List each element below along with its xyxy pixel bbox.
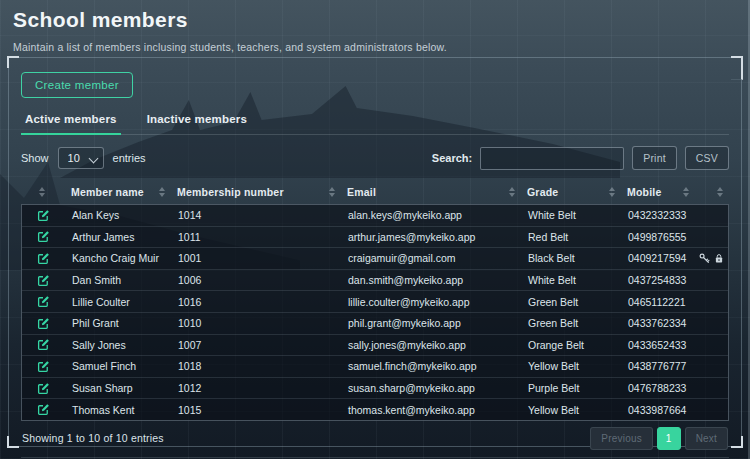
mobile-cell: 0433987664	[620, 404, 694, 416]
membership-number-cell: 1018	[170, 360, 340, 372]
email-cell: sally.jones@mykeiko.app	[340, 339, 520, 351]
grade-cell: Purple Belt	[520, 382, 620, 394]
column-header-actions[interactable]	[693, 187, 729, 197]
panel-corner-top-right	[731, 56, 743, 80]
member-name-cell: Kancho Craig Muir	[64, 252, 170, 264]
email-cell: alan.keys@mykeiko.app	[340, 209, 520, 221]
row-actions	[694, 253, 730, 264]
sort-icon	[609, 187, 615, 197]
table-row: Dan Smith 1006 dan.smith@mykeiko.app Whi…	[22, 270, 728, 292]
table-row: Kancho Craig Muir 1001 craigamuir@gmail.…	[22, 248, 728, 270]
tab-inactive-members[interactable]: Inactive members	[145, 113, 249, 134]
print-button[interactable]: Print	[632, 146, 677, 170]
create-member-button[interactable]: Create member	[21, 72, 133, 98]
column-header-membership-number[interactable]: Membership number	[169, 186, 339, 198]
page-number-button[interactable]: 1	[657, 427, 681, 450]
page-subtitle: Maintain a list of members inclusing stu…	[13, 41, 737, 53]
edit-member-icon[interactable]	[37, 230, 50, 243]
membership-number-cell: 1001	[170, 252, 340, 264]
column-header-member-name[interactable]: Member name	[63, 186, 169, 198]
panel-corner-bottom-right	[731, 436, 743, 448]
membership-number-cell: 1011	[170, 231, 340, 243]
mobile-cell: 0433652433	[620, 339, 694, 351]
table-body: Alan Keys 1014 alan.keys@mykeiko.app Whi…	[21, 204, 729, 421]
pagination: Previous 1 Next	[590, 427, 728, 450]
membership-number-cell: 1015	[170, 404, 340, 416]
column-header-mobile[interactable]: Mobile	[619, 186, 693, 198]
table-controls: Show 10 entries Search: Print CSV	[21, 146, 729, 170]
edit-member-icon[interactable]	[37, 295, 50, 308]
table-row: Samuel Finch 1018 samuel.finch@mykeiko.a…	[22, 356, 728, 378]
table-row: Phil Grant 1010 phil.grant@mykeiko.app G…	[22, 313, 728, 335]
sort-icon	[39, 187, 45, 197]
previous-page-button[interactable]: Previous	[590, 427, 653, 450]
column-header-edit[interactable]	[21, 187, 63, 197]
member-name-cell: Sally Jones	[64, 339, 170, 351]
mobile-cell: 0499876555	[620, 231, 694, 243]
member-name-cell: Dan Smith	[64, 274, 170, 286]
member-name-cell: Susan Sharp	[64, 382, 170, 394]
grade-cell: White Belt	[520, 274, 620, 286]
member-name-cell: Samuel Finch	[64, 360, 170, 372]
email-cell: arthur.james@mykeiko.app	[340, 231, 520, 243]
email-cell: lillie.coulter@mykeiko.app	[340, 296, 520, 308]
email-cell: samuel.finch@mykeiko.app	[340, 360, 520, 372]
column-header-grade[interactable]: Grade	[519, 186, 619, 198]
grade-cell: Green Belt	[520, 296, 620, 308]
members-table: Member name Membership number Email Grad…	[21, 179, 729, 421]
column-header-email[interactable]: Email	[339, 186, 519, 198]
key-icon	[699, 253, 710, 264]
table-row: Arthur James 1011 arthur.james@mykeiko.a…	[22, 227, 728, 249]
grade-cell: Red Belt	[520, 231, 620, 243]
edit-member-icon[interactable]	[37, 209, 50, 222]
edit-member-icon[interactable]	[37, 252, 50, 265]
membership-number-cell: 1010	[170, 317, 340, 329]
grade-cell: Black Belt	[520, 252, 620, 264]
membership-number-cell: 1016	[170, 296, 340, 308]
sort-icon	[509, 187, 515, 197]
table-row: Sally Jones 1007 sally.jones@mykeiko.app…	[22, 335, 728, 357]
sort-icon	[159, 187, 165, 197]
table-row: Lillie Coulter 1016 lillie.coulter@mykei…	[22, 291, 728, 313]
edit-member-icon[interactable]	[37, 317, 50, 330]
search-input[interactable]	[480, 147, 624, 170]
member-name-cell: Thomas Kent	[64, 404, 170, 416]
member-name-cell: Phil Grant	[64, 317, 170, 329]
membership-number-cell: 1006	[170, 274, 340, 286]
panel-corner-top-left	[7, 56, 19, 68]
edit-member-icon[interactable]	[37, 403, 50, 416]
grade-cell: Yellow Belt	[520, 360, 620, 372]
page-size-select[interactable]: 10	[58, 147, 104, 169]
sort-icon	[329, 187, 335, 197]
email-cell: susan.sharp@mykeiko.app	[340, 382, 520, 394]
table-row: Thomas Kent 1015 thomas.kent@mykeiko.app…	[22, 399, 728, 420]
membership-number-cell: 1007	[170, 339, 340, 351]
page-title: School members	[13, 8, 737, 32]
table-row: Alan Keys 1014 alan.keys@mykeiko.app Whi…	[22, 205, 728, 227]
table-footer: Showing 1 to 10 of 10 entries Previous 1…	[21, 421, 729, 458]
mobile-cell: 0437254833	[620, 274, 694, 286]
table-row: Susan Sharp 1012 susan.sharp@mykeiko.app…	[22, 378, 728, 400]
search-label: Search:	[432, 152, 472, 164]
csv-button[interactable]: CSV	[685, 146, 729, 170]
grade-cell: Orange Belt	[520, 339, 620, 351]
edit-member-icon[interactable]	[37, 382, 50, 395]
tab-active-members[interactable]: Active members	[23, 113, 119, 134]
grade-cell: White Belt	[520, 209, 620, 221]
next-page-button[interactable]: Next	[685, 427, 728, 450]
grade-cell: Green Belt	[520, 317, 620, 329]
mobile-cell: 0438776777	[620, 360, 694, 372]
mobile-cell: 0465112221	[620, 296, 694, 308]
email-cell: dan.smith@mykeiko.app	[340, 274, 520, 286]
grade-cell: Yellow Belt	[520, 404, 620, 416]
page-header: School members Maintain a list of member…	[0, 0, 750, 53]
membership-number-cell: 1014	[170, 209, 340, 221]
email-cell: craigamuir@gmail.com	[340, 252, 520, 264]
email-cell: phil.grant@mykeiko.app	[340, 317, 520, 329]
edit-member-icon[interactable]	[37, 360, 50, 373]
edit-member-icon[interactable]	[37, 338, 50, 351]
membership-number-cell: 1012	[170, 382, 340, 394]
panel-corner-bottom-left	[7, 436, 19, 448]
edit-member-icon[interactable]	[37, 274, 50, 287]
member-name-cell: Lillie Coulter	[64, 296, 170, 308]
